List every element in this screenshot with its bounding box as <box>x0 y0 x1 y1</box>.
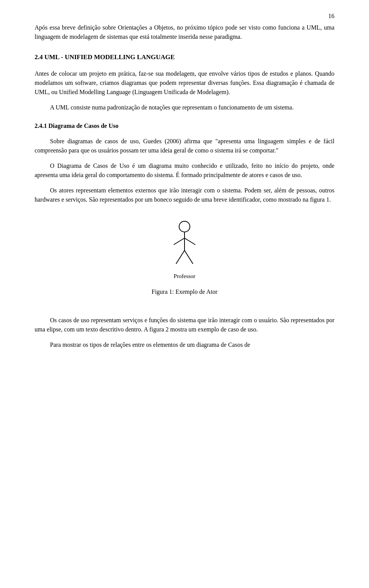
section-2-4-1-p1: Sobre diagramas de casos de uso, Guedes … <box>35 137 334 155</box>
section-2-4-1-p3: Os atores representam elementos externos… <box>35 186 334 204</box>
svg-point-0 <box>179 221 190 232</box>
figure-1-caption: Figura 1: Exemplo de Ator <box>151 287 218 296</box>
section-2-4-1-p5: Para mostrar os tipos de relações entre … <box>35 340 334 349</box>
section-2-4-1-p4: Os casos de uso representam serviços e f… <box>35 316 334 334</box>
svg-line-4 <box>176 250 184 264</box>
section-2-4-1-p2: O Diagrama de Casos de Uso é um diagrama… <box>35 161 334 180</box>
svg-line-2 <box>174 238 184 245</box>
page: 16 Após essa breve definição sobre Orien… <box>0 0 369 588</box>
intro-paragraph: Após essa breve definição sobre Orientaç… <box>35 23 334 41</box>
figure-1-container: Professor Figura 1: Exemplo de Ator <box>35 220 334 305</box>
section-2-4-heading: 2.4 UML - UNIFIED MODELLING LANGUAGE <box>35 52 334 62</box>
svg-line-5 <box>184 250 193 264</box>
figure-1-label: Professor <box>174 272 196 281</box>
stick-figure-icon <box>169 220 200 270</box>
section-2-4-1-heading: 2.4.1 Diagrama de Casos de Uso <box>35 121 334 131</box>
section-2-4-p1-2-3: Antes de colocar um projeto em prática, … <box>35 69 334 97</box>
svg-line-3 <box>184 238 195 245</box>
page-number: 16 <box>328 12 334 21</box>
section-2-4-p4: A UML consiste numa padronização de nota… <box>35 103 334 112</box>
